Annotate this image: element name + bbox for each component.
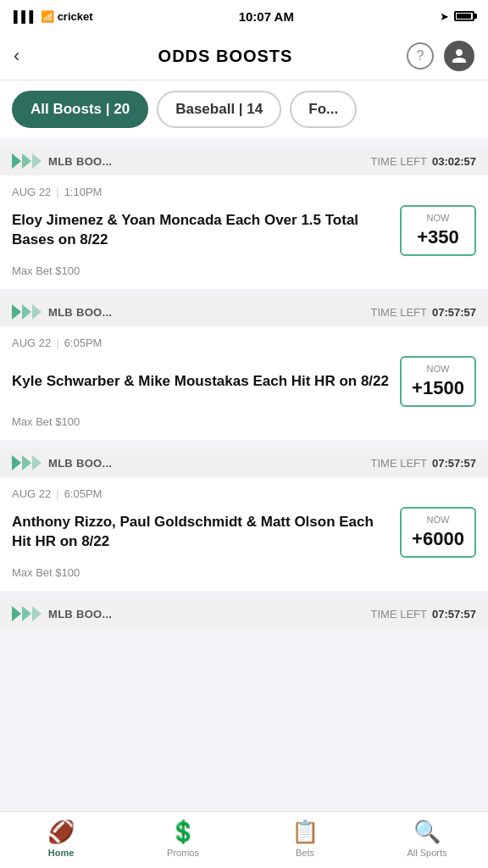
tab-baseball-label: Baseball | <box>175 101 247 117</box>
tab-baseball-count: 14 <box>247 101 263 117</box>
chevron-10 <box>12 606 21 621</box>
card-odds-box-2[interactable]: NOW +1500 <box>400 356 476 407</box>
nav-promos-label: Promos <box>167 848 199 858</box>
header: ‹ ODDS BOOSTS ? <box>0 32 488 81</box>
card-content-row-1: Eloy Jimenez & Yoan Moncada Each Over 1.… <box>12 205 476 256</box>
card-body-3: AUG 22 | 6:05PM Anthony Rizzo, Paul Gold… <box>0 477 488 591</box>
time-left-value-2: 07:57:57 <box>432 306 476 319</box>
card-time-event-3: 6:05PM <box>64 487 103 500</box>
nav-home-label: Home <box>48 848 75 858</box>
card-time-3: TIME LEFT 07:57:57 <box>371 457 477 470</box>
card-date-2: AUG 22 <box>12 337 51 349</box>
boost-card-3[interactable]: MLB BOO... TIME LEFT 07:57:57 AUG 22 | 6… <box>0 448 488 591</box>
card-header-4: MLB BOO... TIME LEFT 07:57:57 <box>0 599 488 628</box>
back-button[interactable]: ‹ <box>14 45 44 67</box>
profile-button[interactable] <box>444 41 474 71</box>
card-sep-1: | <box>56 186 58 198</box>
status-left: ▌▌▌ 📶 cricket <box>14 10 93 23</box>
person-icon <box>451 47 468 64</box>
card-sep-3: | <box>56 487 58 500</box>
time-left-label-3: TIME LEFT <box>371 457 427 470</box>
nav-allsports-label: All Sports <box>407 848 446 858</box>
boost-chevrons-4 <box>12 606 42 621</box>
card-sep-2: | <box>56 337 58 349</box>
card-content-row-3: Anthony Rizzo, Paul Goldschmidt & Matt O… <box>12 507 476 558</box>
chevron-8 <box>22 455 31 470</box>
boost-chevrons-1 <box>12 153 42 169</box>
card-time-1: TIME LEFT 03:02:57 <box>371 155 477 168</box>
card-header-3: MLB BOO... TIME LEFT 07:57:57 <box>0 448 488 477</box>
time-left-label-2: TIME LEFT <box>371 306 427 319</box>
card-time-4: TIME LEFT 07:57:57 <box>371 608 477 620</box>
boost-chevrons-3 <box>12 455 42 470</box>
send-icon: ➤ <box>440 10 449 23</box>
bottom-nav: 🏈 Home 💲 Promos 📋 Bets 🔍 All Sports <box>0 811 488 868</box>
card-source-2: MLB BOO... <box>48 306 112 319</box>
tab-fo-label: Fo... <box>308 101 338 117</box>
card-odds-1: +350 <box>417 226 459 248</box>
filter-tab-fo[interactable]: Fo... <box>290 91 357 128</box>
chevron-5 <box>22 304 31 320</box>
wifi-icon: 📶 <box>41 10 54 23</box>
card-date-row-2: AUG 22 | 6:05PM <box>12 337 476 349</box>
time-left-value-3: 07:57:57 <box>432 457 476 470</box>
carrier-label: cricket <box>58 10 93 23</box>
page-title: ODDS BOOSTS <box>44 47 407 66</box>
card-date-row-3: AUG 22 | 6:05PM <box>12 487 476 500</box>
card-header-1: MLB BOO... TIME LEFT 03:02:57 <box>0 147 488 175</box>
chevron-1 <box>12 153 21 169</box>
nav-bets[interactable]: 📋 Bets <box>244 819 366 858</box>
card-header-2: MLB BOO... TIME LEFT 07:57:57 <box>0 298 488 326</box>
chevron-2 <box>22 153 31 169</box>
nav-promos[interactable]: 💲 Promos <box>122 819 244 858</box>
battery-icon <box>454 11 474 21</box>
filter-tabs: All Boosts | 20 Baseball | 14 Fo... <box>0 81 488 138</box>
card-maxbet-3: Max Bet $100 <box>12 566 476 579</box>
filter-tab-all[interactable]: All Boosts | 20 <box>12 91 148 128</box>
card-body-2: AUG 22 | 6:05PM Kyle Schwarber & Mike Mo… <box>0 326 488 440</box>
nav-bets-label: Bets <box>296 848 314 858</box>
filter-tab-baseball[interactable]: Baseball | 14 <box>157 91 281 128</box>
tab-all-label: All Boosts | <box>30 101 114 117</box>
card-now-label-3: NOW <box>427 515 450 525</box>
bets-icon: 📋 <box>291 819 319 845</box>
card-header-left-2: MLB BOO... <box>12 304 112 320</box>
header-icons: ? <box>407 41 474 71</box>
card-header-left-4: MLB BOO... <box>12 606 112 621</box>
time-left-value-4: 07:57:57 <box>432 608 476 620</box>
chevron-6 <box>32 304 42 320</box>
card-time-event-1: 1:10PM <box>64 186 103 198</box>
time-left-value-1: 03:02:57 <box>432 155 476 168</box>
card-maxbet-1: Max Bet $100 <box>12 264 476 277</box>
allsports-icon: 🔍 <box>413 819 441 845</box>
card-source-3: MLB BOO... <box>48 457 112 470</box>
chevron-12 <box>32 606 42 621</box>
boost-card-2[interactable]: MLB BOO... TIME LEFT 07:57:57 AUG 22 | 6… <box>0 298 488 440</box>
card-maxbet-2: Max Bet $100 <box>12 415 476 428</box>
card-time-event-2: 6:05PM <box>64 337 103 349</box>
help-button[interactable]: ? <box>407 42 434 70</box>
card-body-1: AUG 22 | 1:10PM Eloy Jimenez & Yoan Monc… <box>0 175 488 289</box>
card-odds-box-1[interactable]: NOW +350 <box>400 205 476 256</box>
boost-card-1[interactable]: MLB BOO... TIME LEFT 03:02:57 AUG 22 | 1… <box>0 147 488 289</box>
boost-card-4-partial[interactable]: MLB BOO... TIME LEFT 07:57:57 <box>0 599 488 628</box>
nav-home[interactable]: 🏈 Home <box>0 819 122 858</box>
card-time-2: TIME LEFT 07:57:57 <box>371 306 477 319</box>
card-source-1: MLB BOO... <box>48 155 112 168</box>
promos-icon: 💲 <box>169 819 197 845</box>
card-description-2: Kyle Schwarber & Mike Moustakas Each Hit… <box>12 372 390 392</box>
nav-allsports[interactable]: 🔍 All Sports <box>366 819 488 858</box>
card-header-left-1: MLB BOO... <box>12 153 112 169</box>
signal-icon: ▌▌▌ <box>14 10 37 23</box>
chevron-7 <box>12 455 21 470</box>
time-left-label-4: TIME LEFT <box>371 608 427 620</box>
chevron-11 <box>22 606 31 621</box>
cards-container: MLB BOO... TIME LEFT 03:02:57 AUG 22 | 1… <box>0 138 488 637</box>
time-left-label-1: TIME LEFT <box>371 155 427 168</box>
chevron-3 <box>32 153 42 169</box>
status-right: ➤ <box>440 10 474 23</box>
chevron-4 <box>12 304 21 320</box>
tab-all-count: 20 <box>114 101 130 117</box>
card-odds-3: +6000 <box>412 528 464 550</box>
card-odds-box-3[interactable]: NOW +6000 <box>400 507 476 558</box>
